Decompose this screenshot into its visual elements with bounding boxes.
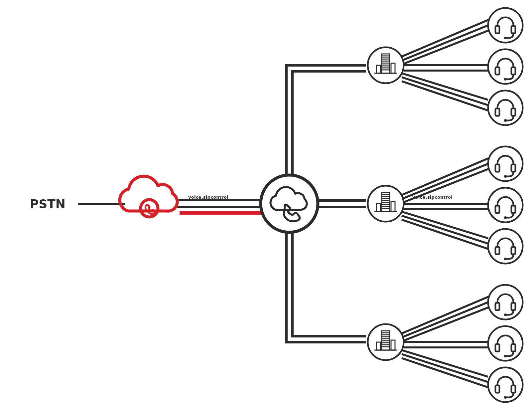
connection-label-1: voice.sipcontrol bbox=[188, 195, 228, 200]
cloud-pbx-icon bbox=[261, 175, 318, 232]
site-node-1 bbox=[368, 47, 404, 83]
site-node-2 bbox=[368, 186, 404, 222]
edge-cloud-pbx bbox=[176, 200, 264, 213]
pstn-label: PSTN bbox=[30, 197, 66, 211]
svg-line-38 bbox=[402, 297, 488, 333]
site-node-3 bbox=[368, 324, 404, 360]
edge-site3-endpoints bbox=[402, 297, 488, 387]
telephony-cloud-icon bbox=[120, 176, 177, 217]
svg-line-39 bbox=[402, 302, 488, 337]
endpoint-2-2 bbox=[488, 188, 523, 222]
edge-site1-endpoints bbox=[402, 20, 488, 110]
svg-point-47 bbox=[261, 175, 318, 232]
svg-line-31 bbox=[402, 164, 488, 199]
endpoint-3-3 bbox=[488, 367, 523, 402]
svg-line-36 bbox=[402, 216, 488, 244]
endpoint-3-2 bbox=[488, 326, 523, 361]
endpoint-3-1 bbox=[488, 285, 523, 319]
endpoint-2-3 bbox=[488, 229, 523, 264]
svg-line-44 bbox=[402, 354, 488, 382]
endpoint-1-3 bbox=[488, 91, 523, 125]
svg-line-22 bbox=[402, 20, 488, 57]
endpoint-1-1 bbox=[488, 8, 523, 43]
connection-label-2: voice.sipcontrol bbox=[412, 195, 453, 200]
endpoint-1-2 bbox=[488, 49, 523, 84]
svg-line-40 bbox=[402, 307, 488, 341]
edge-site2-endpoints bbox=[402, 158, 488, 249]
svg-line-24 bbox=[402, 31, 488, 65]
svg-line-23 bbox=[402, 25, 488, 61]
endpoint-2-1 bbox=[488, 146, 523, 181]
svg-line-30 bbox=[402, 158, 488, 195]
svg-line-28 bbox=[402, 77, 488, 105]
